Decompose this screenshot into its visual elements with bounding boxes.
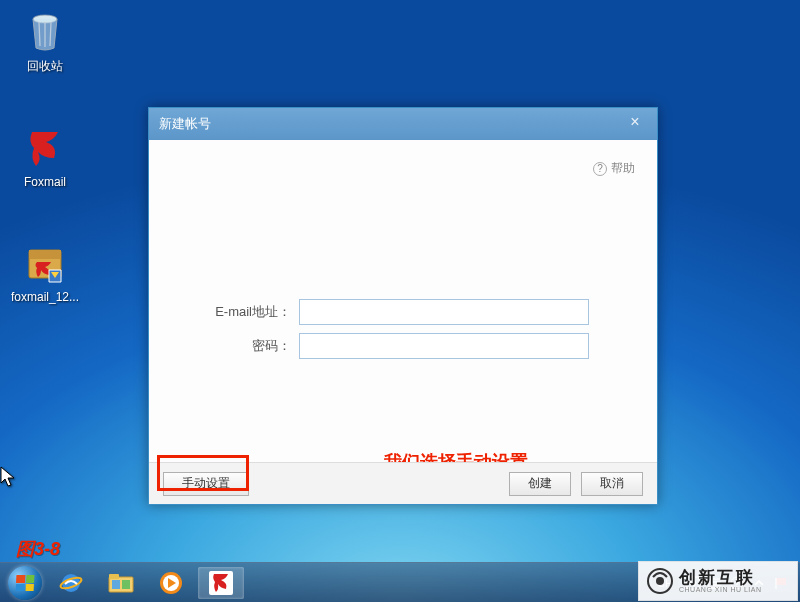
taskbar-item-ie[interactable] xyxy=(48,567,94,599)
folder-icon xyxy=(107,571,135,595)
dialog-title: 新建帐号 xyxy=(159,115,211,133)
installer-icon xyxy=(21,240,69,288)
manual-setup-button[interactable]: 手动设置 xyxy=(163,472,249,496)
media-player-icon xyxy=(158,570,184,596)
desktop-icon-label: foxmail_12... xyxy=(10,290,80,304)
svg-rect-10 xyxy=(112,580,120,589)
watermark-logo-icon xyxy=(647,568,673,594)
windows-logo-icon xyxy=(8,566,42,600)
figure-label: 图3-8 xyxy=(16,537,60,561)
close-icon[interactable]: × xyxy=(623,115,647,133)
taskbar-item-explorer[interactable] xyxy=(98,567,144,599)
help-icon: ? xyxy=(593,162,607,176)
form-row-email: E-mail地址： xyxy=(204,299,589,325)
create-button[interactable]: 创建 xyxy=(509,472,571,496)
watermark-text-cn: 创新互联 xyxy=(679,569,762,586)
ie-icon xyxy=(58,570,84,596)
desktop-icon-label: 回收站 xyxy=(10,58,80,75)
email-field[interactable] xyxy=(299,299,589,325)
desktop-icon-recycle-bin[interactable]: 回收站 xyxy=(10,8,80,75)
taskbar-item-media-player[interactable] xyxy=(148,567,194,599)
dialog-titlebar[interactable]: 新建帐号 × xyxy=(149,108,657,140)
help-label: 帮助 xyxy=(611,160,635,177)
watermark-text-en: CHUANG XIN HU LIAN xyxy=(679,586,762,593)
cancel-button[interactable]: 取消 xyxy=(581,472,643,496)
svg-point-24 xyxy=(656,577,664,585)
recycle-bin-icon xyxy=(21,8,69,56)
new-account-dialog: 新建帐号 × ? 帮助 E-mail地址： 密码： 我们选择手动设置 手动设置 … xyxy=(148,107,658,505)
desktop-icon-label: Foxmail xyxy=(10,175,80,189)
taskbar-item-foxmail[interactable] xyxy=(198,567,244,599)
password-field[interactable] xyxy=(299,333,589,359)
start-button[interactable] xyxy=(4,565,46,601)
svg-rect-5 xyxy=(29,250,61,259)
desktop-icon-foxmail-installer[interactable]: foxmail_12... xyxy=(10,240,80,304)
watermark: 创新互联 CHUANG XIN HU LIAN xyxy=(638,561,798,601)
foxmail-icon xyxy=(21,125,69,173)
help-link[interactable]: ? 帮助 xyxy=(593,160,635,177)
foxmail-icon xyxy=(208,570,234,596)
svg-rect-11 xyxy=(122,580,130,589)
desktop-icon-foxmail[interactable]: Foxmail xyxy=(10,125,80,189)
password-label: 密码： xyxy=(204,337,291,355)
email-label: E-mail地址： xyxy=(204,303,291,321)
svg-rect-9 xyxy=(109,574,119,579)
dialog-button-bar: 手动设置 创建 取消 xyxy=(149,462,657,504)
form-row-password: 密码： xyxy=(204,333,589,359)
dialog-body: ? 帮助 E-mail地址： 密码： 我们选择手动设置 手动设置 创建 取消 xyxy=(149,140,657,504)
